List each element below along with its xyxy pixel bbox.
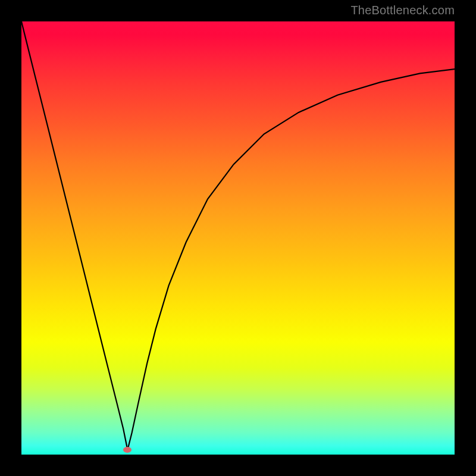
minimum-marker [123,447,131,453]
bottleneck-plot [21,21,455,455]
curve-svg [21,21,455,455]
attribution-link[interactable]: TheBottleneck.com [350,4,455,17]
bottleneck-curve-path [21,21,455,450]
